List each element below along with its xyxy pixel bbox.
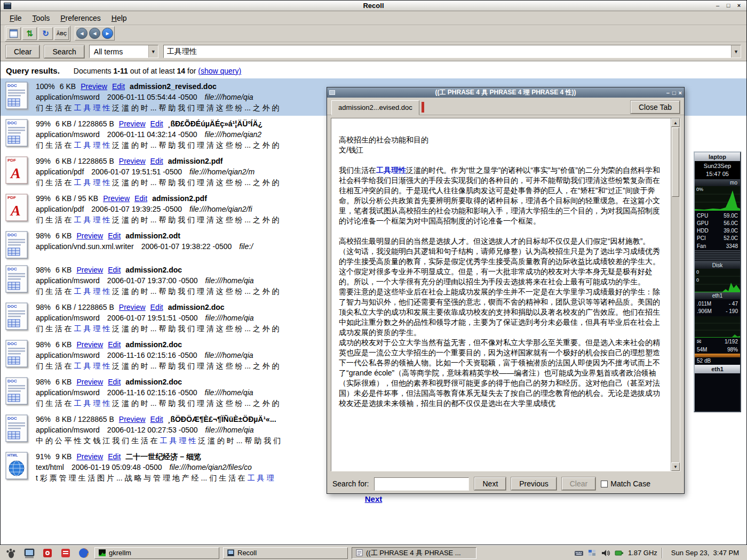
clear-button[interactable]: Clear (6, 45, 39, 58)
edit-link[interactable]: Edit (150, 415, 163, 423)
workspace-pager-icon[interactable] (588, 549, 597, 557)
task-button-recoll[interactable]: Recoll (223, 547, 348, 559)
scroll-down-icon[interactable]: ▼ (671, 462, 680, 471)
gkrellm-mem-used: 54M (697, 346, 707, 354)
edit-link[interactable]: Edit (134, 194, 147, 203)
edit-link[interactable]: Edit (108, 231, 121, 240)
launcher-terminal-icon[interactable] (22, 547, 36, 559)
task-button-gkrellm[interactable]: gkrellm (94, 547, 219, 559)
tray-divider (662, 548, 663, 558)
preview-titlebar[interactable]: ((工 PHRASE 4 具 PHRASE 4 理 PHRASE 4 性)) –… (327, 87, 684, 98)
preview-close-icon[interactable]: × (679, 90, 682, 96)
preview-link[interactable]: Preview (103, 194, 130, 203)
result-snippet: 们 生 活 在 工 具 理 性 泛 滥 的 时 ... 帮 助 我 们 理 清 … (36, 140, 280, 150)
edit-link[interactable]: Edit (150, 157, 163, 165)
match-case-option[interactable]: Match Case (601, 479, 650, 488)
term-mode-select[interactable]: All terms ▼ (89, 45, 158, 58)
menu-tools[interactable]: Tools (28, 12, 55, 24)
menu-help[interactable]: Help (107, 12, 132, 24)
preview-link[interactable]: Preview (81, 82, 107, 91)
find-previous-button[interactable]: Previous (511, 477, 556, 490)
preview-link[interactable]: Preview (119, 303, 146, 311)
result-filename: admission2.doc (125, 340, 182, 349)
nav-back2-icon[interactable]: ◄ (89, 28, 100, 39)
match-case-checkbox[interactable] (601, 481, 608, 487)
preview-link[interactable]: Preview (119, 119, 146, 128)
launcher-package-red-icon[interactable] (40, 547, 54, 559)
scrollbar-thumb[interactable] (672, 127, 679, 197)
find-clear-button[interactable]: Clear (562, 477, 595, 490)
nav-back-icon[interactable]: ◄ (76, 28, 88, 39)
svg-text:DOC: DOC (7, 341, 17, 346)
result-relevance: 98% (36, 303, 51, 311)
query-history-chevron-icon[interactable]: ▼ (731, 45, 741, 58)
menu-preferences[interactable]: Preferences (55, 12, 106, 24)
result-relevance: 98% (36, 340, 51, 349)
edit-link[interactable]: Edit (108, 452, 121, 461)
launcher-editor-red-icon[interactable] (58, 547, 73, 559)
gkrellm-memory-krell (695, 354, 740, 357)
next-page-link[interactable]: Next (365, 494, 383, 503)
pagination: Next (1, 494, 746, 503)
result-url: file:///home/qia (205, 351, 253, 359)
task-button-preview[interactable]: ((工 PHRASE 4 具 PHRASE ... (352, 547, 476, 559)
result-url: file:///home/qian2/files/co (170, 463, 252, 471)
gkrellm-memory-row: 54M 98% (695, 346, 740, 354)
show-query-link[interactable]: (show query) (198, 67, 241, 75)
result-url: file:///home/qia (205, 388, 253, 397)
maximize-icon[interactable]: □ (724, 2, 733, 10)
result-size: 8 KB / 1228865 B (55, 415, 114, 423)
table-doc-button[interactable] (6, 27, 21, 40)
svg-text:PDF: PDF (7, 195, 16, 200)
find-input[interactable] (374, 477, 469, 491)
file-type-icon: DOC (5, 302, 28, 331)
result-snippet: 们 生 活 在 工 具 理 性 泛 滥 的 时 ... 帮 助 我 们 理 清 … (36, 102, 280, 113)
gkrellm-fan-label: Fan (697, 243, 706, 250)
preview-paragraph (339, 155, 663, 165)
preview-link[interactable]: Preview (76, 340, 103, 349)
search-button[interactable]: Search (44, 45, 84, 58)
keyboard-indicator-icon[interactable] (574, 549, 584, 557)
preview-link[interactable]: Preview (76, 378, 103, 386)
preview-link[interactable]: Preview (76, 266, 103, 274)
preview-scrollbar[interactable]: ▲ ▼ (671, 118, 680, 471)
window-titlebar[interactable]: Recoll – □ × (1, 1, 746, 11)
edit-link[interactable]: Edit (150, 303, 163, 311)
taskbar-clock[interactable]: Sun Sep 23, 3:47 PM (667, 549, 743, 557)
spellcheck-button[interactable]: ÂBÇ (54, 27, 69, 40)
scroll-up-icon[interactable]: ▲ (671, 118, 680, 127)
preview-link[interactable]: Preview (119, 415, 146, 423)
launcher-firefox-icon[interactable] (76, 547, 91, 559)
edit-link[interactable]: Edit (112, 82, 125, 91)
preview-link[interactable]: Preview (76, 231, 103, 240)
gkrellm-eth-label: eth1 (695, 292, 740, 299)
preview-text[interactable]: 高校招生的社会功能和目的文/钱江 我们生活在工具理性泛滥的时代。作为“世之显学”… (331, 118, 671, 471)
edit-link[interactable]: Edit (108, 340, 121, 349)
sort-button[interactable]: ⇅ (22, 27, 37, 40)
close-tab-button[interactable]: Close Tab (631, 101, 680, 114)
battery-icon[interactable] (615, 550, 624, 556)
refresh-button[interactable]: ↻ (38, 27, 53, 40)
gkrellm-window[interactable]: laptop Sun23Sep 15:47 05 mo 0% CPU59.0CG… (694, 151, 741, 412)
launcher-footprint-icon[interactable] (4, 547, 18, 559)
task-label: Recoll (237, 549, 257, 557)
preview-link[interactable]: Preview (76, 452, 103, 461)
gkrellm-mail-row: ✉ 1/192 (695, 338, 740, 346)
results-docs-prefix: Documents (74, 67, 112, 75)
menu-file[interactable]: File (5, 12, 27, 24)
minimize-icon[interactable]: – (713, 2, 722, 10)
nav-forward-icon[interactable]: ► (102, 28, 113, 39)
result-url: file:///home/qia (205, 314, 254, 322)
preview-link[interactable]: Preview (119, 157, 146, 165)
edit-link[interactable]: Edit (108, 266, 121, 274)
preview-paragraph: 成功的校友对于公立大学当然有益无害，但不像对私立大学那么至关重要。但是选入未来社… (339, 338, 663, 409)
edit-link[interactable]: Edit (108, 378, 121, 386)
edit-link[interactable]: Edit (150, 119, 163, 128)
preview-maximize-icon[interactable]: □ (672, 90, 676, 96)
preview-minimize-icon[interactable]: – (666, 90, 670, 96)
volume-icon[interactable] (601, 549, 610, 557)
close-icon[interactable]: × (735, 2, 743, 10)
query-input[interactable] (164, 45, 731, 58)
find-next-button[interactable]: Next (474, 477, 506, 490)
preview-tab[interactable]: admission2...evised.doc (331, 100, 419, 115)
